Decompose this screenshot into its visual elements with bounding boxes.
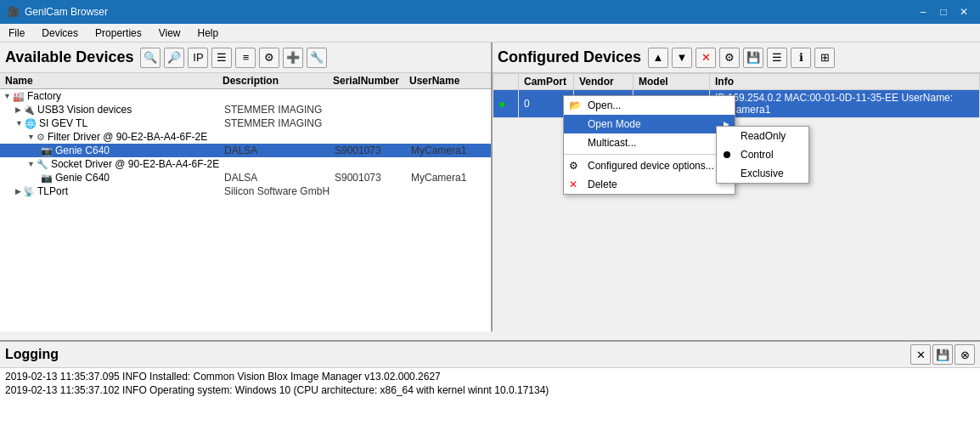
maximize-button[interactable]: □ xyxy=(934,3,953,21)
list-item[interactable]: ▼ 🏭 Factory xyxy=(0,89,491,103)
ctx-multicast[interactable]: Multicast... xyxy=(564,133,735,152)
submenu-exclusive[interactable]: Exclusive xyxy=(717,164,808,183)
logging-title: Logging xyxy=(5,347,59,362)
move-down-button[interactable]: ▼ xyxy=(672,48,692,68)
device-tree[interactable]: ▼ 🏭 Factory ▶ 🔌 USB3 Vision devices xyxy=(0,89,491,332)
ctx-open-mode-label: Open Mode xyxy=(588,118,641,130)
close-button[interactable]: ✕ xyxy=(955,3,973,21)
menu-file[interactable]: File xyxy=(0,24,33,42)
tree-node-label: SI GEV TL xyxy=(39,117,87,129)
ctx-open-mode[interactable]: Open Mode xyxy=(564,115,735,133)
detail-view-button[interactable]: ≡ xyxy=(235,48,256,68)
ctx-device-options[interactable]: ⚙ Configured device options... xyxy=(564,156,735,175)
expand-arrow: ▼ xyxy=(27,133,35,141)
detail-button[interactable]: ☰ xyxy=(767,48,787,68)
delete-configured-button[interactable]: ✕ xyxy=(696,48,716,68)
ip-button[interactable]: IP xyxy=(188,48,208,68)
submenu-readonly[interactable]: ReadOnly xyxy=(717,127,808,145)
tree-serial: S9001073 xyxy=(335,145,411,156)
submenu: ReadOnly Control Exclusive xyxy=(716,126,809,184)
radio-control xyxy=(724,151,730,158)
available-header: Available Devices 🔍 🔎 IP ☰ ≡ ⚙ ➕ 🔧 xyxy=(0,43,491,73)
add-button[interactable]: ➕ xyxy=(283,48,303,68)
col-desc: Description xyxy=(222,75,333,87)
list-item[interactable]: ▶ 📡 TLPort Silicon Software GmbH xyxy=(0,184,491,198)
tree-desc: Silicon Software GmbH xyxy=(224,185,335,197)
context-menu: 📂 Open... Open Mode Multicast... ⚙ Confi… xyxy=(563,95,735,195)
tools-button[interactable]: 🔧 xyxy=(307,48,327,68)
col-vendor: Vendor xyxy=(574,74,634,90)
expand-arrow: ▼ xyxy=(3,92,11,100)
list-view-button[interactable]: ☰ xyxy=(211,48,232,68)
expand-arrow: ▶ xyxy=(15,187,21,196)
expand-arrow: ▼ xyxy=(27,160,35,168)
col-model: Model xyxy=(634,74,710,90)
col-name: Name xyxy=(5,75,222,87)
move-up-button[interactable]: ▲ xyxy=(648,48,668,68)
row-info: IP:169.254.0.2 MAC:00-01-0D-11-35-EE Use… xyxy=(710,90,980,118)
save-button[interactable]: 💾 xyxy=(743,48,763,68)
col-camport xyxy=(493,74,519,90)
search-button[interactable]: 🔍 xyxy=(140,48,161,68)
menu-view[interactable]: View xyxy=(150,24,189,42)
minimize-button[interactable]: – xyxy=(914,3,932,21)
tree-node-label: Socket Driver @ 90-E2-BA-A4-6F-2E xyxy=(51,158,219,170)
log-close-button[interactable]: ⊗ xyxy=(955,344,975,365)
search2-button[interactable]: 🔎 xyxy=(164,48,184,68)
app-title: GenlCam Browser xyxy=(25,6,108,18)
ctx-open[interactable]: 📂 Open... xyxy=(564,96,735,115)
submenu-control-label: Control xyxy=(741,149,774,161)
list-item[interactable]: ▶ 🔌 USB3 Vision devices STEMMER IMAGING xyxy=(0,103,491,116)
tree-node-label: TLPort xyxy=(37,185,68,197)
ctx-device-options-label: Configured device options... xyxy=(588,160,714,172)
tree-node-label: Genie C640 xyxy=(55,145,110,156)
delete-ctx-icon: ✕ xyxy=(569,179,577,190)
folder-icon: 🏭 xyxy=(13,91,25,102)
tree-node-label: USB3 Vision devices xyxy=(37,104,132,116)
available-devices-panel: Available Devices 🔍 🔎 IP ☰ ≡ ⚙ ➕ 🔧 Name … xyxy=(0,43,493,332)
logging-header: Logging ✕ 💾 ⊗ xyxy=(0,342,980,368)
tree-node-label: Genie C640 xyxy=(55,172,110,184)
ctx-delete[interactable]: ✕ Delete xyxy=(564,175,735,194)
col-username: UserName xyxy=(409,75,486,87)
ctx-separator xyxy=(564,154,735,155)
tree-desc: DALSA xyxy=(224,145,335,156)
titlebar-controls: – □ ✕ xyxy=(914,3,973,21)
menu-help[interactable]: Help xyxy=(189,24,228,42)
tree-serial: S9001073 xyxy=(335,172,411,184)
filter-icon: ⚙ xyxy=(37,132,45,143)
log-clear-button[interactable]: ✕ xyxy=(910,344,931,365)
usb-icon: 🔌 xyxy=(23,105,35,116)
col-info: Info xyxy=(710,74,980,90)
open-icon: 📂 xyxy=(569,99,582,111)
camera-icon: 📷 xyxy=(41,173,53,184)
col-serial: SerialNumber xyxy=(333,75,409,87)
config-settings-button[interactable]: ⚙ xyxy=(719,48,740,68)
main-content: Available Devices 🔍 🔎 IP ☰ ≡ ⚙ ➕ 🔧 Name … xyxy=(0,43,980,332)
ctx-open-label: Open... xyxy=(588,99,621,111)
available-columns: Name Description SerialNumber UserName xyxy=(0,73,491,89)
tree-desc: STEMMER IMAGING xyxy=(224,117,335,129)
info-button[interactable]: ℹ xyxy=(791,48,811,68)
socket-icon: 🔧 xyxy=(37,159,48,170)
menu-properties[interactable]: Properties xyxy=(87,24,150,42)
list-item[interactable]: 📷 Genie C640 DALSA S9001073 MyCamera1 xyxy=(0,144,491,157)
ctx-delete-label: Delete xyxy=(588,179,617,190)
list-item[interactable]: ▼ 🌐 SI GEV TL STEMMER IMAGING xyxy=(0,116,491,130)
log-toolbar: ✕ 💾 ⊗ xyxy=(910,344,975,365)
submenu-readonly-label: ReadOnly xyxy=(741,130,786,142)
submenu-control[interactable]: Control xyxy=(717,145,808,164)
logging-panel: Logging ✕ 💾 ⊗ 2019-02-13 11:35:37.095 IN… xyxy=(0,340,980,431)
tree-node-label: Filter Driver @ 90-E2-BA-A4-6F-2E xyxy=(48,131,207,143)
expand-button[interactable]: ⊞ xyxy=(814,48,835,68)
menu-devices[interactable]: Devices xyxy=(33,24,87,42)
available-devices-title: Available Devices xyxy=(5,48,133,66)
list-item[interactable]: 📷 Genie C640 DALSA S9001073 MyCamera1 xyxy=(0,171,491,184)
list-item[interactable]: ▼ ⚙ Filter Driver @ 90-E2-BA-A4-6F-2E xyxy=(0,130,491,144)
configured-devices-title: Configured Devices xyxy=(498,48,641,66)
list-item[interactable]: ▼ 🔧 Socket Driver @ 90-E2-BA-A4-6F-2E xyxy=(0,157,491,171)
camera-icon: 📷 xyxy=(41,145,53,156)
tree-username: MyCamera1 xyxy=(411,172,487,184)
log-save-button[interactable]: 💾 xyxy=(932,344,953,365)
settings-button[interactable]: ⚙ xyxy=(259,48,279,68)
